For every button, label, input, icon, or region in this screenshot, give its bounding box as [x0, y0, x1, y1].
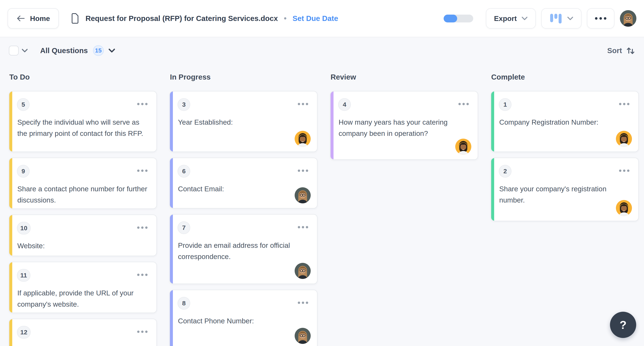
assignee-avatar[interactable] — [295, 328, 311, 344]
card-question-text: Website: — [17, 240, 148, 252]
home-button[interactable]: Home — [8, 8, 59, 29]
card-menu-button[interactable] — [136, 102, 149, 106]
card-number-badge: 4 — [338, 98, 351, 111]
select-all-checkbox[interactable] — [9, 46, 18, 55]
kanban-card[interactable]: 2Share your company's registration numbe… — [491, 158, 639, 221]
back-arrow-icon — [16, 15, 25, 22]
woman-avatar-image — [620, 10, 636, 27]
kanban-card[interactable]: 7Provide an email address for official c… — [170, 214, 318, 284]
sort-control[interactable]: Sort — [607, 46, 635, 55]
kanban-card[interactable]: 6Contact Email: — [170, 158, 318, 209]
card-number-badge: 5 — [17, 98, 30, 111]
column-to-do: To Do5Specify the individual who will se… — [9, 69, 157, 346]
export-label: Export — [494, 14, 517, 23]
column-cards: 4How many years has your catering compan… — [330, 91, 478, 160]
card-menu-button[interactable] — [296, 168, 310, 173]
column-in-progress: In Progress3Year Established:6Contact Em… — [170, 69, 318, 346]
man-avatar-image — [455, 139, 471, 155]
card-question-text: Contact Phone Number: — [178, 315, 308, 327]
assignee-avatar[interactable] — [295, 131, 311, 147]
kanban-card[interactable]: 3Year Established: — [170, 91, 318, 152]
kanban-card[interactable]: 11If applicable, provide the URL of your… — [9, 262, 157, 313]
title-separator-dot: • — [284, 14, 286, 23]
card-number-badge: 1 — [499, 98, 512, 111]
man-avatar-image — [616, 200, 632, 216]
card-menu-button[interactable] — [136, 168, 149, 173]
card-question-text: Contact Email: — [178, 184, 308, 195]
question-count-badge: 15 — [93, 45, 104, 56]
kanban-board: To Do5Specify the individual who will se… — [0, 64, 644, 346]
ellipsis-icon — [595, 17, 606, 20]
card-menu-button[interactable] — [296, 225, 310, 230]
assignee-avatar[interactable] — [616, 131, 632, 147]
card-menu-button[interactable] — [296, 102, 310, 106]
view-switcher-button[interactable] — [541, 8, 582, 29]
document-icon — [70, 13, 80, 24]
filter-chevron-icon[interactable] — [108, 48, 115, 53]
card-question-text: Provide an email address for official co… — [178, 240, 308, 262]
user-avatar[interactable] — [620, 10, 636, 27]
card-menu-button[interactable] — [618, 102, 631, 106]
column-title: Complete — [491, 73, 639, 81]
card-menu-button[interactable] — [296, 300, 310, 305]
card-number-badge: 6 — [178, 165, 190, 178]
woman-avatar-image — [295, 263, 311, 279]
column-cards: 5Specify the individual who will serve a… — [9, 91, 157, 346]
card-question-text: Share a contact phone number for further… — [17, 184, 148, 206]
checkbox-chevron-icon[interactable] — [22, 49, 28, 53]
kanban-card[interactable]: 9Share a contact phone number for furthe… — [9, 158, 157, 209]
card-question-text: Share your company's registration number… — [499, 184, 630, 206]
assignee-avatar[interactable] — [295, 263, 311, 279]
top-header: Home Request for Proposal (RFP) for Cate… — [0, 0, 644, 37]
home-label: Home — [30, 14, 50, 23]
kanban-card[interactable]: 4How many years has your catering compan… — [330, 91, 478, 160]
kanban-card[interactable]: 5Specify the individual who will serve a… — [9, 91, 157, 152]
header-toggle-switch[interactable] — [444, 15, 473, 23]
column-review: Review4How many years has your catering … — [330, 69, 478, 160]
more-options-button[interactable] — [587, 8, 614, 29]
card-menu-button[interactable] — [136, 329, 149, 334]
assignee-avatar[interactable] — [455, 139, 471, 155]
column-title: To Do — [9, 73, 157, 81]
card-number-badge: 8 — [178, 297, 190, 310]
card-number-badge: 12 — [17, 326, 31, 338]
card-menu-button[interactable] — [457, 102, 470, 106]
card-number-badge: 3 — [178, 98, 190, 111]
sort-label: Sort — [607, 46, 622, 55]
card-menu-button[interactable] — [136, 225, 149, 230]
woman-avatar-image — [295, 328, 311, 344]
kanban-card[interactable]: 10Website: — [9, 215, 157, 256]
column-title: In Progress — [170, 73, 318, 81]
card-question-text: How many years has your catering company… — [338, 117, 469, 139]
card-question-text: Year Established: — [178, 117, 308, 128]
card-number-badge: 10 — [17, 222, 31, 235]
woman-avatar-image — [295, 187, 311, 203]
card-number-badge: 11 — [17, 269, 30, 282]
export-button[interactable]: Export — [486, 8, 536, 29]
chevron-down-icon — [567, 16, 574, 21]
card-question-text: Specify the individual who will serve as… — [17, 117, 148, 139]
card-question-text: Company Registration Number: — [499, 117, 630, 128]
header-actions: Export — [444, 8, 636, 29]
kanban-card[interactable]: 8Contact Phone Number: — [170, 290, 318, 346]
sort-arrows-icon — [626, 46, 635, 55]
kanban-card[interactable]: 1Company Registration Number: — [491, 91, 639, 152]
card-question-text: Describe your company's history, — [17, 344, 148, 346]
card-menu-button[interactable] — [618, 168, 631, 173]
assignee-avatar[interactable] — [616, 200, 632, 216]
filter-label[interactable]: All Questions — [40, 46, 88, 55]
column-title: Review — [330, 73, 478, 81]
toggle-knob — [444, 15, 457, 23]
assignee-avatar[interactable] — [295, 187, 311, 203]
card-number-badge: 2 — [499, 165, 512, 178]
set-due-date-link[interactable]: Set Due Date — [292, 14, 338, 23]
column-cards: 1Company Registration Number:2Share your… — [491, 91, 639, 221]
document-title: Request for Proposal (RFP) for Catering … — [86, 14, 278, 23]
column-cards: 3Year Established:6Contact Email:7Provid… — [170, 91, 318, 346]
help-button[interactable]: ? — [610, 312, 636, 338]
man-avatar-image — [616, 131, 632, 147]
man-avatar-image — [295, 131, 311, 147]
card-menu-button[interactable] — [136, 272, 149, 277]
kanban-card[interactable]: 12Describe your company's history, — [9, 319, 157, 346]
filter-bar: All Questions 15 Sort — [0, 37, 644, 64]
